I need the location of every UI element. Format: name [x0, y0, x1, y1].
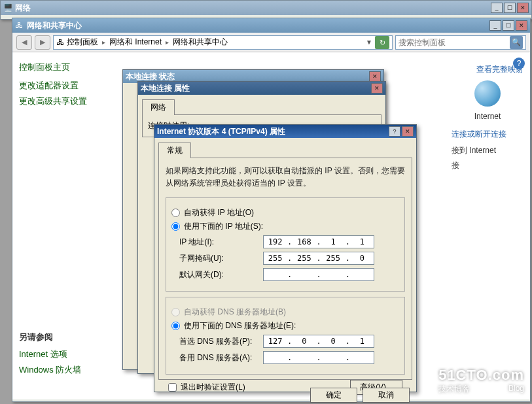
tab-general[interactable]: 常规 — [158, 143, 191, 158]
maximize-button[interactable]: ☐ — [504, 3, 516, 13]
ipv4-description: 如果网络支持此功能，则可以获取自动指派的 IP 设置。否则，您需要从网络系统管理… — [166, 165, 405, 190]
radio-manual-ip[interactable] — [171, 222, 180, 231]
breadcrumb-0[interactable]: 控制面板 — [67, 37, 98, 48]
titlebar-lan-props: 本地连接 属性 ✕ — [138, 82, 385, 95]
close-button[interactable]: ✕ — [517, 3, 529, 13]
toolbar: ◀ ▶ 🖧 控制面板▸ 网络和 Internet▸ 网络和共享中心 ▼ ↻ 🔍 — [12, 33, 530, 52]
cancel-button[interactable]: 取消 — [363, 388, 410, 403]
nsc-icon: 🖧 — [15, 21, 24, 30]
radio-auto-ip[interactable] — [171, 209, 180, 217]
label-ip: IP 地址(I): — [171, 237, 263, 248]
window-network: 🖥️ 网络 _ ☐ ✕ — [0, 0, 532, 20]
connect-disconnect-link[interactable]: 连接或断开连接 — [452, 129, 523, 140]
titlebar-nsc: 🖧 网络和共享中心 _ ☐ ✕ — [12, 18, 530, 33]
see-also-heading: 另请参阅 — [19, 331, 81, 343]
sidebar-link-adapter[interactable]: 更改适配器设置 — [19, 80, 127, 92]
search-icon[interactable]: 🔍 — [510, 36, 523, 49]
input-ip[interactable]: . . . — [263, 235, 374, 248]
radio-auto-dns — [171, 308, 180, 316]
window-network-title: 网络 — [15, 3, 491, 14]
radio-manual-dns[interactable] — [171, 322, 180, 330]
lan-status-title: 本地连接 状态 — [126, 71, 369, 82]
dialog-ipv4-properties: Internet 协议版本 4 (TCP/IPv4) 属性 ? ✕ 常规 如果网… — [154, 124, 417, 392]
window-nsc-title: 网络和共享中心 — [27, 20, 489, 31]
sidebar: 控制面板主页 更改适配器设置 更改高级共享设置 另请参阅 Internet 选项… — [12, 52, 133, 399]
titlebar-network: 🖥️ 网络 _ ☐ ✕ — [1, 1, 531, 15]
right-pane: 查看完整映射 Internet 连接或断开连接 接到 Internet 接 — [445, 52, 530, 399]
help-button[interactable]: ? — [389, 126, 400, 137]
internet-globe-icon — [474, 80, 501, 107]
label-mask: 子网掩码(U): — [171, 253, 263, 264]
checkbox-validate[interactable] — [168, 383, 177, 392]
internet-label: Internet — [452, 112, 523, 121]
nav-forward-button[interactable]: ▶ — [35, 35, 50, 50]
sidebar-home-link[interactable]: 控制面板主页 — [19, 61, 127, 73]
search-box[interactable]: 🔍 — [395, 35, 526, 50]
see-also-internet-options[interactable]: Internet 选项 — [19, 348, 81, 360]
watermark-sm1: 技术博客 — [438, 384, 470, 395]
radio-manual-ip-label: 使用下面的 IP 地址(S): — [184, 221, 263, 232]
radio-auto-ip-label: 自动获得 IP 地址(O) — [184, 207, 254, 218]
ipv4-title: Internet 协议版本 4 (TCP/IPv4) 属性 — [157, 126, 389, 137]
radio-manual-dns-label: 使用下面的 DNS 服务器地址(E): — [184, 320, 296, 331]
input-mask[interactable]: . . . — [263, 252, 374, 265]
label-dns2: 备用 DNS 服务器(A): — [171, 352, 263, 363]
address-bar[interactable]: 🖧 控制面板▸ 网络和 Internet▸ 网络和共享中心 ▼ ↻ — [53, 35, 393, 50]
view-full-map-link[interactable]: 查看完整映射 — [452, 64, 523, 75]
see-also-firewall[interactable]: Windows 防火墙 — [19, 364, 81, 376]
dns-group: 自动获得 DNS 服务器地址(B) 使用下面的 DNS 服务器地址(E): 首选… — [166, 297, 405, 375]
ok-button[interactable]: 确定 — [310, 388, 357, 403]
network-icon: 🖥️ — [3, 3, 12, 12]
titlebar-ipv4: Internet 协议版本 4 (TCP/IPv4) 属性 ? ✕ — [154, 125, 416, 138]
lan-props-title: 本地连接 属性 — [141, 83, 371, 94]
label-dns1: 首选 DNS 服务器(P): — [171, 336, 263, 347]
watermark: 51CTO.com 技术博客 Blog — [438, 367, 524, 395]
watermark-big: 51CTO.com — [438, 367, 524, 384]
address-icon: 🖧 — [56, 38, 64, 47]
access-lan-text: 接 — [452, 160, 523, 171]
help-icon[interactable]: ? — [513, 58, 525, 69]
breadcrumb-1[interactable]: 网络和 Internet — [109, 37, 162, 48]
maximize-button[interactable]: ☐ — [503, 20, 514, 31]
search-input[interactable] — [399, 38, 510, 47]
input-dns2[interactable]: . . . — [263, 351, 374, 364]
watermark-sm2: Blog — [508, 384, 524, 395]
checkbox-validate-label: 退出时验证设置(L) — [181, 382, 245, 393]
nav-back-button[interactable]: ◀ — [16, 35, 32, 50]
label-gateway: 默认网关(D): — [171, 269, 263, 280]
refresh-button[interactable]: ↻ — [375, 36, 389, 49]
input-dns1[interactable]: . . . — [263, 335, 374, 348]
breadcrumb-2[interactable]: 网络和共享中心 — [173, 37, 228, 48]
close-button[interactable]: ✕ — [402, 126, 414, 137]
close-button[interactable]: ✕ — [371, 83, 383, 93]
close-button[interactable]: ✕ — [516, 20, 527, 31]
minimize-button[interactable]: _ — [491, 3, 503, 13]
sidebar-link-sharing[interactable]: 更改高级共享设置 — [19, 95, 127, 107]
tab-network[interactable]: 网络 — [142, 99, 175, 115]
access-internet-text: 接到 Internet — [452, 145, 523, 156]
close-button[interactable]: ✕ — [369, 71, 381, 82]
ip-group: 自动获得 IP 地址(O) 使用下面的 IP 地址(S): IP 地址(I): … — [166, 197, 405, 292]
address-dropdown-icon[interactable]: ▼ — [366, 39, 372, 46]
minimize-button[interactable]: _ — [489, 20, 501, 31]
radio-auto-dns-label: 自动获得 DNS 服务器地址(B) — [184, 307, 286, 318]
input-gateway[interactable]: . . . — [263, 268, 374, 281]
